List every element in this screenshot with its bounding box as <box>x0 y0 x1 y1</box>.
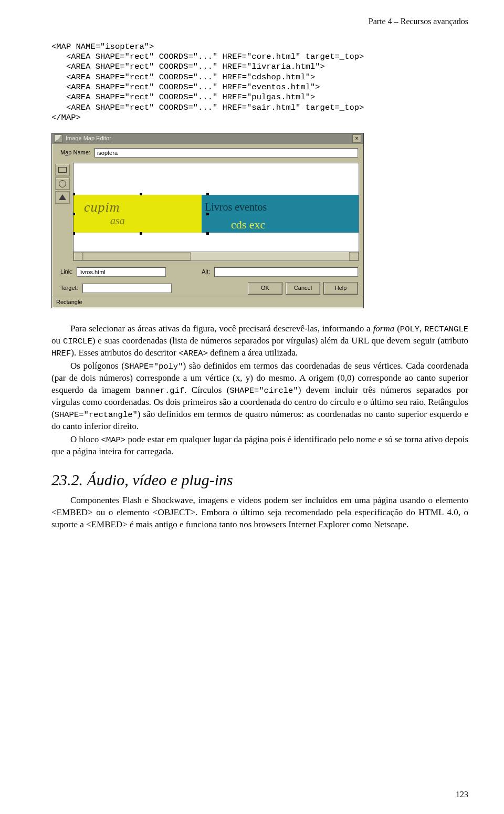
window-titlebar: Image Map Editor × <box>52 133 363 144</box>
scroll-left-button[interactable] <box>74 252 83 260</box>
help-button[interactable]: Help <box>323 282 358 295</box>
target-label: Target: <box>60 284 78 292</box>
selection-handles <box>73 193 209 235</box>
window-app-icon <box>54 134 62 143</box>
paragraph-2: Os polígonos (SHAPE="poly") são definido… <box>51 360 468 433</box>
polygon-icon <box>59 194 66 200</box>
alt-label: Alt: <box>202 268 210 276</box>
cancel-button[interactable]: Cancel <box>286 282 320 295</box>
close-icon[interactable]: × <box>352 134 361 143</box>
link-input[interactable]: livros.html <box>77 267 166 277</box>
editor-canvas[interactable]: cupim asa Livros eventos cds exc <box>73 163 359 252</box>
scroll-right-button[interactable] <box>349 252 359 260</box>
image-map-editor-window: Image Map Editor × Map Name: isoptera cu… <box>51 133 364 309</box>
link-label: Link: <box>60 268 72 276</box>
page-number: 123 <box>456 789 468 800</box>
rectangle-icon <box>58 167 67 173</box>
section-heading: 23.2. Áudio, vídeo e plug-ins <box>51 469 468 491</box>
banner-text-1: Livros eventos <box>205 200 267 214</box>
circle-tool-button[interactable] <box>55 178 70 190</box>
paragraph-4: Componentes Flash e Shockwave, imagens e… <box>51 495 468 531</box>
mapname-input[interactable]: isoptera <box>94 148 358 158</box>
paragraph-3: O bloco <MAP> pode estar em qualquer lug… <box>51 434 468 458</box>
banner-text-2: cds exc <box>231 217 265 233</box>
alt-input[interactable] <box>214 267 358 277</box>
shape-palette <box>55 163 70 261</box>
rectangle-tool-button[interactable] <box>55 164 70 176</box>
running-head: Parte 4 – Recursos avançados <box>51 16 468 27</box>
window-title: Image Map Editor <box>66 134 349 142</box>
polygon-tool-button[interactable] <box>55 191 70 204</box>
ok-button[interactable]: OK <box>248 282 282 295</box>
mapname-label: Map Name: <box>60 149 90 156</box>
scroll-thumb[interactable] <box>83 252 191 260</box>
status-bar: Rectangle <box>52 297 363 308</box>
circle-icon <box>59 180 66 187</box>
horizontal-scrollbar[interactable] <box>73 252 359 261</box>
code-block-map: <MAP NAME="isoptera"> <AREA SHAPE="rect"… <box>51 42 468 123</box>
target-input[interactable] <box>82 284 172 293</box>
paragraph-1: Para selecionar as áreas ativas da figur… <box>51 323 468 359</box>
